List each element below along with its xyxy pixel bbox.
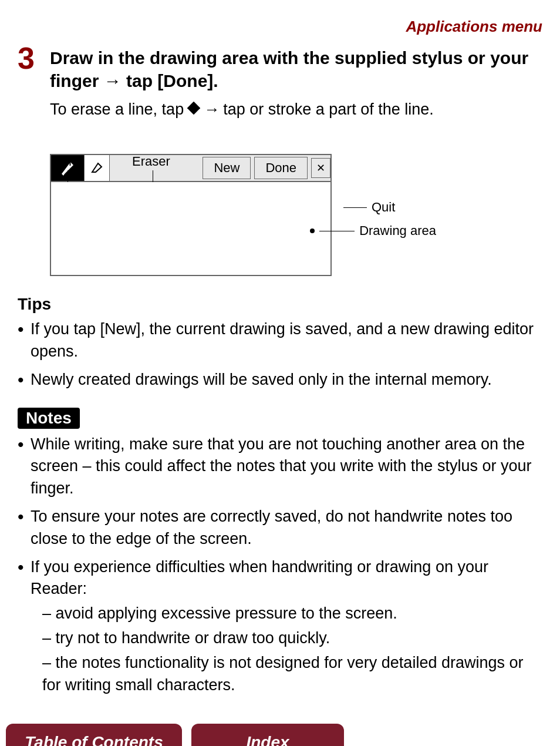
note-3-wrapper: If you experience difficulties when hand…	[31, 556, 542, 699]
quit-line	[343, 207, 367, 208]
list-item: – avoid applying excessive pressure to t…	[31, 603, 542, 625]
list-item: • If you tap [New], the current drawing …	[18, 318, 542, 363]
eraser-tool-button[interactable]	[84, 155, 110, 181]
tips-list: • If you tap [New], the current drawing …	[18, 318, 542, 392]
list-item: – the notes functionality is not designe…	[31, 652, 542, 697]
erase-text: To erase a line, tap	[50, 100, 184, 119]
list-item: • To ensure your notes are correctly sav…	[18, 506, 542, 550]
tip-2: Newly created drawings will be saved onl…	[31, 369, 492, 391]
svg-marker-1	[92, 163, 102, 172]
index-button[interactable]: Index	[191, 724, 344, 746]
diagram-wrapper: Pen Eraser New Done ✕ Quit	[50, 154, 390, 276]
erase-end: tap or stroke a part of the line.	[223, 100, 434, 119]
step-text: Draw in the drawing area with the suppli…	[50, 46, 542, 92]
bullet-dot: •	[18, 317, 31, 342]
pen-label: Pen	[53, 154, 76, 169]
drawing-dot	[310, 228, 315, 233]
eraser-label: Eraser	[132, 154, 170, 169]
sub-list: – avoid applying excessive pressure to t…	[31, 603, 542, 696]
bullet-dot: •	[18, 555, 31, 580]
table-of-contents-button[interactable]: Table of Contents	[6, 724, 182, 746]
erase-line: To erase a line, tap → tap or stroke a p…	[50, 100, 542, 119]
step-container: 3 Draw in the drawing area with the supp…	[18, 46, 542, 92]
tips-heading: Tips	[18, 295, 542, 314]
page: Applications menu 3 Draw in the drawing …	[0, 0, 560, 746]
new-button[interactable]: New	[203, 157, 251, 179]
svg-rect-0	[187, 102, 200, 115]
note-1: While writing, make sure that you are no…	[31, 434, 542, 500]
quit-button[interactable]: ✕	[311, 158, 330, 178]
tips-section: Tips • If you tap [New], the current dra…	[18, 295, 542, 392]
header-title: Applications menu	[18, 18, 542, 36]
drawing-box: Drawing area	[50, 182, 332, 276]
bottom-bar: Table of Contents Index 78	[0, 716, 560, 746]
bullet-dot: •	[18, 432, 31, 457]
list-item: • Newly created drawings will be saved o…	[18, 369, 542, 392]
note-2: To ensure your notes are correctly saved…	[31, 506, 542, 550]
note-3: If you experience difficulties when hand…	[31, 558, 488, 598]
list-item: • If you experience difficulties when ha…	[18, 556, 542, 699]
bullet-dot: •	[18, 368, 31, 392]
quit-label-wrap: Quit	[343, 200, 395, 215]
notes-heading: Notes	[18, 408, 80, 429]
list-item: • While writing, make sure that you are …	[18, 434, 542, 500]
step-number: 3	[18, 43, 50, 73]
notes-list: • While writing, make sure that you are …	[18, 434, 542, 699]
notes-section: Notes • While writing, make sure that yo…	[18, 398, 542, 699]
diamond-icon	[187, 100, 200, 119]
drawing-line	[319, 231, 355, 231]
list-item: – try not to handwrite or draw too quick…	[31, 627, 542, 650]
tip-1: If you tap [New], the current drawing is…	[31, 318, 542, 363]
quit-label: Quit	[372, 200, 395, 215]
drawing-area-label: Drawing area	[359, 223, 436, 238]
toolbar: New Done ✕	[50, 154, 332, 182]
bullet-dot: •	[18, 505, 31, 529]
done-button[interactable]: Done	[254, 157, 308, 179]
drawing-label-wrap: Drawing area	[310, 223, 436, 238]
erase-arrow: →	[204, 100, 220, 119]
